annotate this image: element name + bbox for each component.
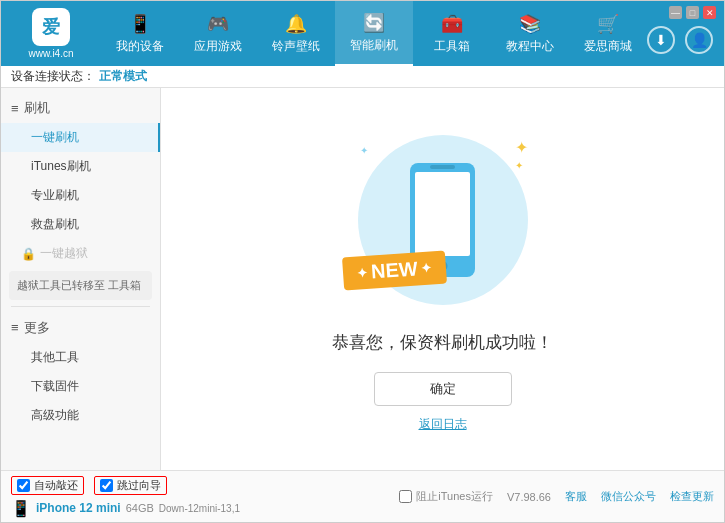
more-section-icon: ≡	[11, 320, 19, 335]
version-label: V7.98.66	[507, 491, 551, 503]
sidebar-item-download-firmware[interactable]: 下载固件	[1, 372, 160, 401]
device-name: iPhone 12 mini	[36, 501, 121, 515]
nav-item-shop[interactable]: 🛒 爱思商城	[569, 1, 647, 66]
nav-label-toolbox: 工具箱	[434, 38, 470, 55]
content-area: ✦ NEW ✦ ✦✦ ✦ 恭喜您，保资料刷机成功啦！ 确定 返回日志	[161, 88, 724, 470]
check-auto-recover-input[interactable]	[17, 479, 30, 492]
device-model: Down-12mini-13,1	[159, 503, 240, 514]
logo-text: www.i4.cn	[28, 48, 73, 59]
window-controls: — □ ✕	[669, 6, 716, 19]
footer-right: 阻止iTunes运行 V7.98.66 客服 微信公众号 检查更新	[399, 489, 714, 504]
nav-item-apps-games[interactable]: 🎮 应用游戏	[179, 1, 257, 66]
sidebar-item-other-tools[interactable]: 其他工具	[1, 343, 160, 372]
update-link[interactable]: 检查更新	[670, 489, 714, 504]
sparkle-top-left: ✦	[360, 145, 368, 156]
svg-rect-2	[430, 165, 455, 169]
maximize-button[interactable]: □	[686, 6, 699, 19]
sidebar: ≡ 刷机 一键刷机 iTunes刷机 专业刷机 救盘刷机 🔒 一键越狱 越狱工具…	[1, 88, 161, 470]
nav-item-toolbox[interactable]: 🧰 工具箱	[413, 1, 491, 66]
logo-area: 爱 www.i4.cn	[1, 1, 101, 66]
nav-item-my-device[interactable]: 📱 我的设备	[101, 1, 179, 66]
sidebar-section-flash: ≡ 刷机	[1, 93, 160, 123]
sidebar-item-advanced[interactable]: 高级功能	[1, 401, 160, 430]
stop-itunes[interactable]: 阻止iTunes运行	[399, 489, 493, 504]
jailbreak-notice: 越狱工具已转移至 工具箱	[9, 271, 152, 300]
shop-icon: 🛒	[597, 13, 619, 35]
check-skip-wizard-input[interactable]	[100, 479, 113, 492]
flash-section-icon: ≡	[11, 101, 19, 116]
badge-text: NEW	[370, 257, 418, 283]
jailbreak-lock-label: 一键越狱	[40, 245, 88, 262]
check-skip-wizard-label: 跳过向导	[117, 478, 161, 493]
footer-left: 自动敲还 跳过向导 📱 iPhone 12 mini 64GB Down-12m…	[11, 476, 240, 518]
apps-icon: 🎮	[207, 13, 229, 35]
success-illustration: ✦ NEW ✦ ✦✦ ✦	[348, 125, 538, 315]
nav-label-apps: 应用游戏	[194, 38, 242, 55]
nav-label-smart-flash: 智能刷机	[350, 37, 398, 54]
success-text: 恭喜您，保资料刷机成功啦！	[332, 331, 553, 354]
device-icon: 📱	[11, 499, 31, 518]
sidebar-item-save-flash[interactable]: 救盘刷机	[1, 210, 160, 239]
nav-label-tutorial: 教程中心	[506, 38, 554, 55]
user-button[interactable]: 👤	[685, 26, 713, 54]
sidebar-divider	[11, 306, 150, 307]
footer-checkboxes: 自动敲还 跳过向导	[11, 476, 240, 495]
confirm-button[interactable]: 确定	[374, 372, 512, 406]
lock-icon: 🔒	[21, 247, 36, 261]
minimize-button[interactable]: —	[669, 6, 682, 19]
check-auto-recover[interactable]: 自动敲还	[11, 476, 84, 495]
flash-section-label: 刷机	[24, 99, 50, 117]
logo-icon: 爱	[32, 8, 70, 46]
footer: 自动敲还 跳过向导 📱 iPhone 12 mini 64GB Down-12m…	[1, 470, 724, 522]
nav-item-smart-flash[interactable]: 🔄 智能刷机	[335, 1, 413, 66]
wallpaper-icon: 🔔	[285, 13, 307, 35]
nav-bar: 📱 我的设备 🎮 应用游戏 🔔 铃声壁纸 🔄 智能刷机 🧰 工具箱 📚	[101, 1, 647, 66]
sidebar-item-jailbreak-lock: 🔒 一键越狱	[1, 239, 160, 268]
footer-device-info: 📱 iPhone 12 mini 64GB Down-12mini-13,1	[11, 499, 240, 518]
tutorial-icon: 📚	[519, 13, 541, 35]
main-area: ≡ 刷机 一键刷机 iTunes刷机 专业刷机 救盘刷机 🔒 一键越狱 越狱工具…	[1, 88, 724, 470]
status-bar: 设备连接状态： 正常模式	[1, 66, 724, 88]
stop-itunes-checkbox[interactable]	[399, 490, 412, 503]
back-link[interactable]: 返回日志	[419, 416, 467, 433]
nav-label-my-device: 我的设备	[116, 38, 164, 55]
status-mode: 正常模式	[99, 68, 147, 85]
support-link[interactable]: 客服	[565, 489, 587, 504]
svg-rect-1	[415, 172, 470, 256]
sidebar-section-more: ≡ 更多	[1, 313, 160, 343]
header-right: ⬇ 👤	[647, 14, 725, 54]
check-skip-wizard[interactable]: 跳过向导	[94, 476, 167, 495]
wechat-link[interactable]: 微信公众号	[601, 489, 656, 504]
nav-label-shop: 爱思商城	[584, 38, 632, 55]
stop-itunes-label: 阻止iTunes运行	[416, 489, 493, 504]
status-prefix: 设备连接状态：	[11, 68, 95, 85]
download-button[interactable]: ⬇	[647, 26, 675, 54]
device-storage: 64GB	[126, 502, 154, 514]
close-button[interactable]: ✕	[703, 6, 716, 19]
more-section-label: 更多	[24, 319, 50, 337]
badge-star-left: ✦	[356, 265, 368, 281]
header: — □ ✕ 爱 www.i4.cn 📱 我的设备 🎮 应用游戏 🔔 铃声壁纸	[1, 1, 724, 66]
sidebar-item-itunes-flash[interactable]: iTunes刷机	[1, 152, 160, 181]
sidebar-item-pro-flash[interactable]: 专业刷机	[1, 181, 160, 210]
device-icon: 📱	[129, 13, 151, 35]
smart-flash-icon: 🔄	[363, 12, 385, 34]
sidebar-item-one-key-flash[interactable]: 一键刷机	[1, 123, 160, 152]
check-auto-recover-label: 自动敲还	[34, 478, 78, 493]
badge-star-right: ✦	[420, 260, 432, 276]
nav-label-wallpaper: 铃声壁纸	[272, 38, 320, 55]
nav-item-wallpaper[interactable]: 🔔 铃声壁纸	[257, 1, 335, 66]
sparkle-top-right: ✦✦	[515, 140, 528, 172]
toolbox-icon: 🧰	[441, 13, 463, 35]
nav-item-tutorial[interactable]: 📚 教程中心	[491, 1, 569, 66]
